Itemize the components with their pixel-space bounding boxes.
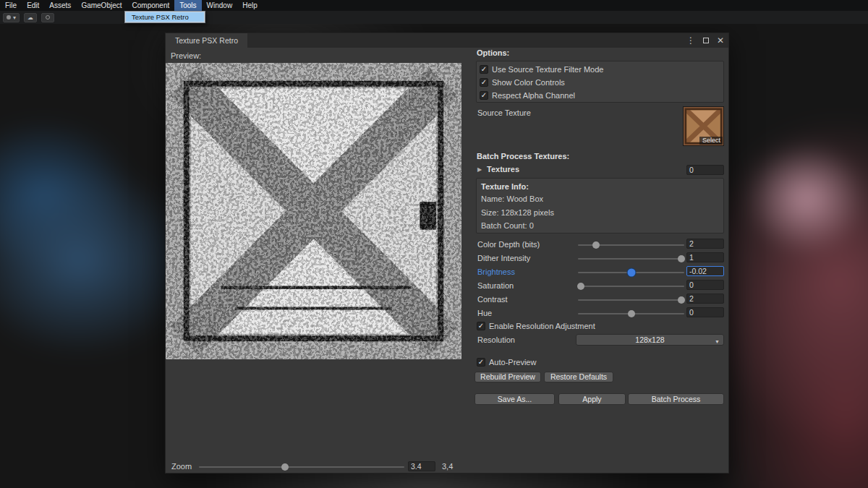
slider-label: Brightness — [477, 267, 515, 276]
slider-value-field[interactable]: 2 — [686, 239, 724, 249]
slider-label: Contrast — [477, 295, 508, 304]
batch-process-button[interactable]: Batch Process — [628, 393, 724, 405]
window-controls: ⋮ ✕ — [686, 33, 724, 48]
checkbox-row-auto-preview[interactable]: ✓ Auto-Preview — [477, 358, 536, 367]
checkbox-label: Use Source Texture Filter Mode — [492, 65, 603, 74]
select-button[interactable]: Select — [699, 137, 723, 145]
checkbox-row-color-controls[interactable]: ✓ Show Color Controls — [480, 76, 720, 89]
slider-track[interactable] — [578, 258, 684, 260]
menu-window[interactable]: Window — [202, 0, 238, 11]
checkbox-row-filter-mode[interactable]: ✓ Use Source Texture Filter Mode — [480, 63, 720, 76]
texture-info-size: Size: 128x128 pixels — [481, 206, 719, 220]
zoom-label: Zoom — [171, 462, 192, 471]
action-buttons-row: Save As... Apply Batch Process — [475, 393, 724, 405]
window-header: Texture PSX Retro ⋮ ✕ — [166, 33, 728, 48]
slider-track[interactable] — [578, 272, 684, 273]
checkbox-checked-icon[interactable]: ✓ — [480, 91, 488, 100]
slider-track[interactable] — [578, 299, 684, 301]
preview-buttons-row: Rebuild Preview Restore Defaults — [475, 372, 724, 382]
textures-count-field[interactable]: 0 — [686, 165, 724, 175]
apply-button[interactable]: Apply — [558, 393, 626, 405]
checkbox-row-resolution-adjustment[interactable]: ✓ Enable Resolution Adjustment — [477, 322, 595, 330]
slider-value-field[interactable]: 2 — [686, 294, 724, 304]
source-texture-label: Source Texture — [477, 108, 531, 117]
textures-foldout-row: ▶ Textures 0 — [477, 165, 724, 176]
slider-handle[interactable] — [592, 241, 600, 249]
cloud-button[interactable]: ☁ — [24, 13, 37, 22]
slider-handle[interactable] — [577, 283, 584, 290]
options-panel: Options: ✓ Use Source Texture Filter Mod… — [476, 48, 724, 453]
slider-track[interactable] — [578, 244, 684, 246]
zoom-value-field[interactable]: 3.4 — [408, 461, 435, 471]
texture-info-box: Texture Info: Name: Wood Box Size: 128x1… — [476, 178, 724, 234]
checkbox-checked-icon[interactable]: ✓ — [477, 358, 485, 367]
texture-info-name: Name: Wood Box — [481, 192, 719, 206]
menu-item-texture-psx-retro[interactable]: Texture PSX Retro — [126, 12, 204, 22]
menu-file[interactable]: File — [0, 0, 22, 11]
rebuild-preview-button[interactable]: Rebuild Preview — [475, 372, 541, 382]
menu-tools[interactable]: Tools — [174, 0, 201, 11]
resolution-value: 128x128 — [635, 335, 664, 344]
slider-value-field[interactable]: 1 — [686, 252, 724, 262]
slider-handle[interactable] — [678, 296, 685, 304]
cloud-icon: ☁ — [27, 14, 33, 21]
chevron-down-icon: ▼ — [715, 337, 720, 347]
slider-value-field[interactable]: 0 — [686, 307, 724, 317]
slider-handle[interactable] — [628, 310, 635, 317]
checkbox-row-alpha-channel[interactable]: ✓ Respect Alpha Channel — [480, 89, 720, 102]
checkbox-label: Auto-Preview — [489, 358, 536, 367]
slider-track[interactable] — [578, 313, 684, 314]
checkbox-label: Enable Resolution Adjustment — [489, 322, 595, 330]
batch-process-header: Batch Process Textures: — [477, 152, 569, 160]
slider-row-saturation: Saturation 0 — [476, 279, 724, 293]
tab-texture-psx-retro[interactable]: Texture PSX Retro — [166, 33, 247, 48]
services-button[interactable] — [41, 13, 54, 22]
slider-track[interactable] — [578, 286, 684, 287]
slider-value-field[interactable]: 0 — [686, 280, 724, 290]
menu-edit[interactable]: Edit — [22, 0, 44, 11]
checkbox-checked-icon[interactable]: ✓ — [480, 65, 488, 74]
menu-assets[interactable]: Assets — [44, 0, 76, 11]
slider-group: Color Depth (bits) 2 Dither Intensity 1 … — [476, 238, 724, 320]
options-header: Options: — [477, 48, 509, 57]
account-dropdown-button[interactable]: ▾ — [3, 13, 20, 22]
zoom-display-value: 3,4 — [442, 462, 453, 471]
tools-menu-dropdown: Texture PSX Retro — [124, 11, 205, 23]
slider-label: Dither Intensity — [477, 254, 530, 262]
slider-label: Saturation — [477, 281, 514, 290]
restore-defaults-button[interactable]: Restore Defaults — [544, 372, 613, 382]
zoom-slider-track[interactable] — [199, 466, 404, 468]
menu-component[interactable]: Component — [127, 0, 175, 11]
checkbox-label: Show Color Controls — [492, 78, 565, 87]
slider-handle[interactable] — [678, 255, 685, 262]
maximize-icon[interactable] — [703, 36, 709, 45]
texture-info-batch-count: Batch Count: 0 — [481, 219, 719, 233]
slider-label: Color Depth (bits) — [477, 240, 540, 249]
preview-label: Preview: — [171, 51, 201, 60]
slider-handle[interactable] — [627, 269, 635, 277]
avatar-icon — [7, 15, 11, 20]
source-texture-thumbnail[interactable]: Select — [683, 106, 724, 146]
slider-label: Hue — [477, 309, 492, 317]
checkbox-label: Respect Alpha Channel — [492, 91, 575, 100]
slider-row-contrast: Contrast 2 — [476, 293, 724, 307]
resolution-dropdown[interactable]: 128x128 ▼ — [576, 334, 724, 346]
textures-foldout[interactable]: Textures — [487, 165, 519, 174]
slider-row-color-depth: Color Depth (bits) 2 — [476, 238, 724, 252]
texture-info-header: Texture Info: — [481, 181, 719, 192]
close-icon[interactable]: ✕ — [717, 36, 724, 45]
checkbox-checked-icon[interactable]: ✓ — [480, 78, 488, 87]
menu-help[interactable]: Help — [237, 0, 263, 11]
zoom-row: Zoom 3.4 3,4 — [166, 461, 469, 472]
save-as-button[interactable]: Save As... — [475, 393, 555, 405]
texture-psx-retro-window: Texture PSX Retro ⋮ ✕ Preview: — [165, 33, 729, 474]
menu-gameobject[interactable]: GameObject — [76, 0, 127, 11]
foldout-arrow-icon[interactable]: ▶ — [477, 166, 482, 173]
kebab-menu-icon[interactable]: ⋮ — [686, 36, 695, 45]
zoom-slider-handle[interactable] — [281, 463, 289, 471]
circle-icon — [46, 15, 50, 20]
options-box: ✓ Use Source Texture Filter Mode ✓ Show … — [476, 61, 724, 103]
checkbox-checked-icon[interactable]: ✓ — [477, 322, 485, 330]
slider-value-field[interactable]: -0.02 — [686, 266, 724, 276]
menu-bar: File Edit Assets GameObject Component To… — [0, 0, 868, 11]
